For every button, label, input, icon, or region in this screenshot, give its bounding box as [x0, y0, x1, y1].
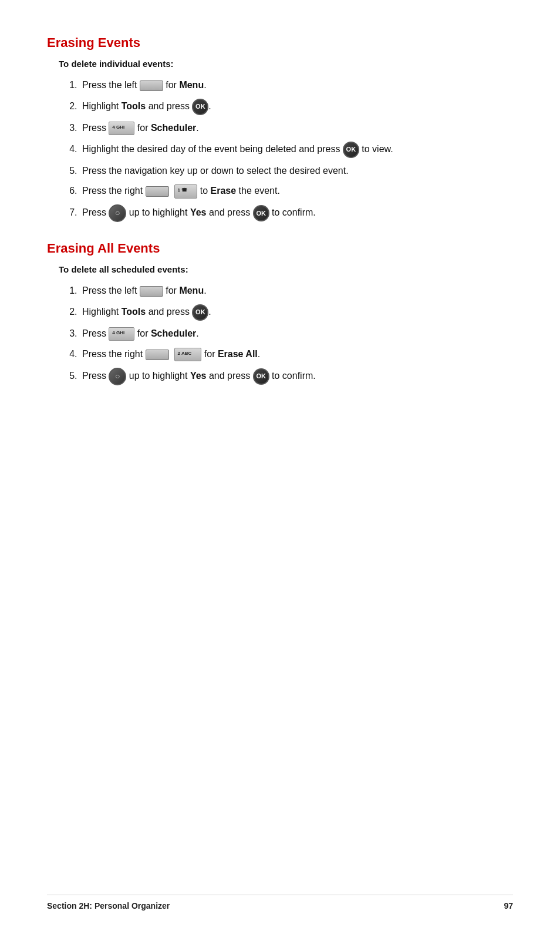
nav-button-icon2: ○	[109, 368, 126, 385]
step-2-5: Press ○ up to highlight Yes and press OK…	[80, 368, 513, 385]
footer-left: Section 2H: Personal Organizer	[47, 901, 170, 911]
section1-steps: Press the left for Menu. Highlight Tools…	[80, 78, 513, 222]
section2-steps: Press the left for Menu. Highlight Tools…	[80, 284, 513, 385]
step-2-4: Press the right 2 ABC for Erase All.	[80, 347, 513, 362]
soft-key-right-icon2	[146, 350, 169, 360]
step-1-1: Press the left for Menu.	[80, 78, 513, 93]
soft-key-icon2	[140, 286, 163, 297]
section2-subheading: To delete all scheduled events:	[59, 264, 513, 274]
section2-title: Erasing All Events	[47, 241, 513, 256]
num4-key-icon: 4 GHI	[109, 122, 134, 135]
step-1-6: Press the right 1 ☎ to Erase the event.	[80, 184, 513, 199]
step-1-2: Highlight Tools and press OK.	[80, 99, 513, 115]
section1-subheading: To delete individual events:	[59, 59, 513, 69]
section1-title: Erasing Events	[47, 35, 513, 51]
soft-key-icon	[140, 80, 163, 91]
page-footer: Section 2H: Personal Organizer 97	[47, 895, 513, 911]
soft-key-right-icon	[146, 186, 169, 197]
ok-button-icon3: OK	[253, 205, 269, 221]
step-1-4: Highlight the desired day of the event b…	[80, 142, 513, 158]
step-2-3: Press 4 GHI for Scheduler.	[80, 327, 513, 341]
num1-key-icon: 1 ☎	[174, 184, 198, 198]
step-1-3: Press 4 GHI for Scheduler.	[80, 121, 513, 136]
section-erasing-all-events: Erasing All Events To delete all schedul…	[47, 241, 513, 385]
ok-button-icon5: OK	[253, 368, 269, 385]
section-erasing-events: Erasing Events To delete individual even…	[47, 35, 513, 222]
ok-button-icon: OK	[192, 99, 208, 115]
footer-right: 97	[504, 901, 513, 911]
step-2-1: Press the left for Menu.	[80, 284, 513, 298]
ok-button-icon4: OK	[192, 304, 208, 321]
num4-key-icon2: 4 GHI	[109, 327, 134, 341]
nav-button-icon: ○	[109, 204, 126, 222]
ok-button-icon2: OK	[343, 142, 359, 158]
step-2-2: Highlight Tools and press OK.	[80, 304, 513, 321]
step-1-7: Press ○ up to highlight Yes and press OK…	[80, 204, 513, 222]
num2-key-icon: 2 ABC	[174, 348, 202, 361]
page-content: Erasing Events To delete individual even…	[0, 0, 560, 444]
step-1-5: Press the navigation key up or down to s…	[80, 164, 513, 179]
